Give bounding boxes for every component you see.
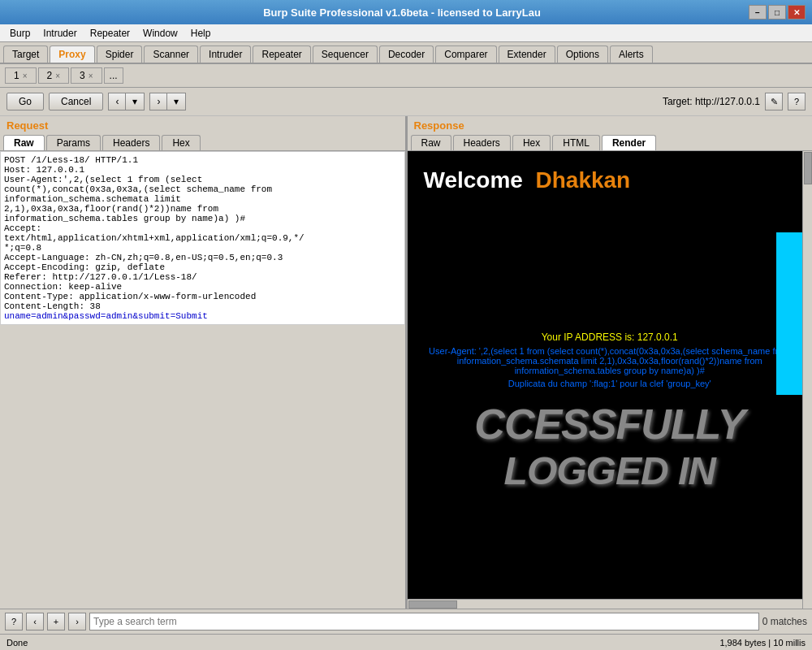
response-tab-html[interactable]: HTML — [552, 135, 600, 150]
sub-tab-3-close[interactable]: × — [89, 72, 93, 80]
edit-target-icon[interactable]: ✎ — [765, 93, 783, 110]
response-duplicate-line: Duplicata du champ ':flag:1' pour la cle… — [408, 375, 813, 392]
menu-window[interactable]: Window — [136, 26, 184, 41]
target-label: Target: http://127.0.0.1 — [663, 96, 760, 107]
sub-tab-more[interactable]: ... — [104, 67, 123, 84]
status-bar: Done 1,984 bytes | 10 millis — [0, 634, 812, 650]
go-button[interactable]: Go — [6, 93, 44, 110]
request-tab-headers[interactable]: Headers — [102, 135, 160, 150]
sub-tabs-row: 1 × 2 × 3 × ... — [0, 64, 812, 88]
response-content: Welcome Dhakkan Your IP ADDRESS is: 127.… — [408, 151, 813, 609]
menu-help[interactable]: Help — [184, 26, 218, 41]
response-scrollbar-h[interactable] — [408, 599, 803, 609]
help-icon[interactable]: ? — [788, 93, 806, 110]
sub-tab-2-close[interactable]: × — [55, 72, 60, 80]
sub-tab-2[interactable]: 2 × — [38, 67, 70, 84]
request-tab-hex[interactable]: Hex — [162, 135, 200, 150]
tab-scanner[interactable]: Scanner — [144, 46, 198, 63]
search-bar: ? ‹ + › 0 matches — [0, 609, 812, 634]
cancel-button[interactable]: Cancel — [49, 93, 103, 110]
response-header: Response — [408, 116, 813, 135]
nav-back-group: ‹ ▾ — [108, 93, 145, 110]
tab-target[interactable]: Target — [3, 46, 48, 63]
tab-decoder[interactable]: Decoder — [379, 46, 434, 63]
cyan-decoration-bar — [776, 232, 802, 395]
status-left: Done — [6, 638, 28, 648]
search-next-button[interactable]: › — [68, 613, 86, 630]
nav-fwd-drop-button[interactable]: ▾ — [166, 93, 186, 110]
request-header: Request — [0, 116, 405, 135]
response-user-agent-line: User-Agent: ',2,(select 1 from (select c… — [408, 346, 813, 375]
request-editor-scroll[interactable]: POST /1/Less-18/ HTTP/1.1 Host: 127.0.0.… — [0, 151, 405, 609]
response-scrollbar-v[interactable] — [802, 151, 812, 609]
menu-bar: Burp Intruder Repeater Window Help — [0, 24, 812, 42]
search-help-button[interactable]: ? — [5, 613, 23, 630]
search-add-button[interactable]: + — [47, 613, 65, 630]
tab-spider[interactable]: Spider — [97, 46, 143, 63]
search-input[interactable] — [89, 613, 759, 630]
sub-tab-3[interactable]: 3 × — [71, 67, 102, 84]
nav-back-button[interactable]: ‹ — [108, 93, 125, 110]
minimize-button[interactable]: − — [749, 5, 767, 20]
title-bar: Burp Suite Professional v1.6beta - licen… — [0, 0, 812, 24]
response-big-text-1: CCESSFULLY — [408, 392, 813, 448]
response-ip-line: Your IP ADDRESS is: 127.0.0.1 — [408, 202, 813, 346]
response-scrollbar-v-thumb[interactable] — [804, 152, 812, 184]
status-right: 1,984 bytes | 10 millis — [719, 638, 806, 648]
close-button[interactable]: ✕ — [788, 5, 806, 20]
tab-comparer[interactable]: Comparer — [435, 46, 496, 63]
request-tab-params[interactable]: Params — [46, 135, 101, 150]
menu-repeater[interactable]: Repeater — [84, 26, 136, 41]
request-tabs: Raw Params Headers Hex — [0, 135, 405, 151]
tab-sequencer[interactable]: Sequencer — [313, 46, 378, 63]
response-welcome: Welcome Dhakkan — [408, 151, 813, 202]
tab-proxy[interactable]: Proxy — [50, 46, 94, 63]
restore-button[interactable]: □ — [768, 5, 786, 20]
tab-options[interactable]: Options — [557, 46, 608, 63]
request-pane: Request Raw Params Headers Hex POST /1/L… — [0, 116, 408, 609]
main-tabs: Target Proxy Spider Scanner Intruder Rep… — [0, 42, 812, 64]
request-tab-raw[interactable]: Raw — [3, 135, 45, 150]
response-pane: Response Raw Headers Hex HTML Render Wel… — [408, 116, 813, 609]
tab-intruder[interactable]: Intruder — [200, 46, 251, 63]
tab-repeater[interactable]: Repeater — [253, 46, 310, 63]
response-scrollbar-h-thumb[interactable] — [408, 600, 457, 609]
nav-back-drop-button[interactable]: ▾ — [125, 93, 145, 110]
toolbar: Go Cancel ‹ ▾ › ▾ Target: http://127.0.0… — [0, 88, 812, 116]
tab-alerts[interactable]: Alerts — [610, 46, 653, 63]
request-editor[interactable]: POST /1/Less-18/ HTTP/1.1 Host: 127.0.0.… — [0, 151, 405, 325]
sub-tab-1[interactable]: 1 × — [5, 67, 37, 84]
response-tab-hex[interactable]: Hex — [512, 135, 551, 150]
nav-fwd-button[interactable]: › — [149, 93, 166, 110]
response-big-text-2: LOGGED IN — [408, 448, 813, 493]
search-prev-button[interactable]: ‹ — [26, 613, 44, 630]
response-tab-raw[interactable]: Raw — [411, 135, 451, 150]
matches-label: 0 matches — [762, 616, 807, 627]
nav-fwd-group: › ▾ — [149, 93, 186, 110]
response-tab-headers[interactable]: Headers — [453, 135, 511, 150]
menu-burp[interactable]: Burp — [3, 26, 37, 41]
window-title: Burp Suite Professional v1.6beta - licen… — [55, 6, 749, 19]
content-area: Request Raw Params Headers Hex POST /1/L… — [0, 116, 812, 609]
response-tabs: Raw Headers Hex HTML Render — [408, 135, 813, 151]
response-render: Welcome Dhakkan Your IP ADDRESS is: 127.… — [408, 151, 813, 609]
sub-tab-1-close[interactable]: × — [23, 72, 28, 80]
menu-intruder[interactable]: Intruder — [37, 26, 83, 41]
tab-extender[interactable]: Extender — [499, 46, 555, 63]
response-tab-render[interactable]: Render — [602, 135, 656, 150]
